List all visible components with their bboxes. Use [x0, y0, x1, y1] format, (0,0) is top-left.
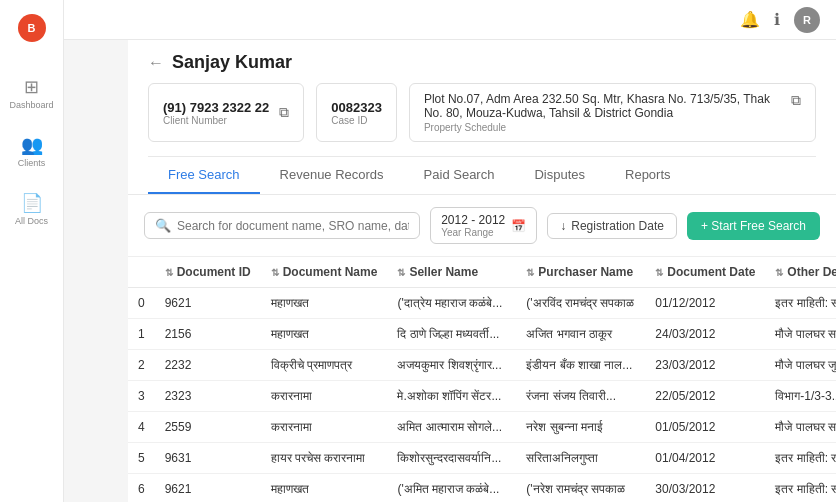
other-details: इतर माहिती: सदनिका क्र: [765, 474, 836, 503]
other-details: मौजे पालघर स.नं.102/4 पै [765, 319, 836, 350]
toolbar: 🔍 2012 - 2012 Year Range 📅 ↓ Registratio… [128, 195, 836, 257]
row-num: 3 [128, 381, 155, 412]
purchaser-name: रंजना संजय तिवारी... [516, 381, 645, 412]
table-row[interactable]: 0 9621 महाणखत ('दात्रेय महाराज कळंबे... … [128, 288, 836, 319]
sidebar-item-label: Clients [18, 158, 46, 168]
calendar-icon: 📅 [511, 219, 526, 233]
table-row[interactable]: 6 9621 महाणखत ('अमित महाराज कळंबे... ('न… [128, 474, 836, 503]
col-num [128, 257, 155, 288]
doc-id: 9621 [155, 288, 261, 319]
phone-card: (91) 7923 2322 22 Client Number ⧉ [148, 83, 304, 142]
table-row[interactable]: 5 9631 हायर परचेस करारनामा किशोरसुन्दरदा… [128, 443, 836, 474]
col-purchaser-sort-icon: ⇅ [526, 267, 534, 278]
seller-name: अमित आत्माराम सोगले... [387, 412, 516, 443]
table-row[interactable]: 1 2156 महाणखत दि ठाणे जिल्हा मध्यवर्ती..… [128, 319, 836, 350]
col-other: ⇅ Other Details [765, 257, 836, 288]
year-range-label: Year Range [441, 227, 505, 238]
user-avatar[interactable]: R [794, 7, 820, 33]
row-num: 5 [128, 443, 155, 474]
case-id-label: Case ID [331, 115, 382, 126]
purchaser-name: सरिताअनिलगुप्ता [516, 443, 645, 474]
sort-label: Registration Date [571, 219, 664, 233]
col-doc-id: ⇅ Document ID [155, 257, 261, 288]
doc-name: महाणखत [261, 319, 388, 350]
property-address: Plot No.07, Adm Area 232.50 Sq. Mtr, Kha… [424, 92, 791, 120]
row-num: 6 [128, 474, 155, 503]
row-num: 1 [128, 319, 155, 350]
data-table: ⇅ Document ID ⇅ Document Name ⇅ Se [128, 257, 836, 502]
row-num: 4 [128, 412, 155, 443]
notification-icon[interactable]: 🔔 [740, 10, 760, 29]
property-link-icon[interactable]: ⧉ [791, 92, 801, 109]
doc-name: महाणखत [261, 474, 388, 503]
sidebar-item-label: Dashboard [9, 100, 53, 110]
other-details: इतर माहिती: सदनिका क्र.: [765, 288, 836, 319]
col-seller: ⇅ Seller Name [387, 257, 516, 288]
phone-value: (91) 7923 2322 22 [163, 100, 269, 115]
all-docs-icon: 📄 [21, 192, 43, 214]
table-row[interactable]: 2 2232 विक्रीचे प्रमाणपत्र अजयकुमार शिवश… [128, 350, 836, 381]
table-row[interactable]: 4 2559 करारनामा अमित आत्माराम सोगले... न… [128, 412, 836, 443]
row-num: 0 [128, 288, 155, 319]
doc-date: 01/05/2012 [645, 412, 765, 443]
sort-button[interactable]: ↓ Registration Date [547, 213, 677, 239]
tab-reports[interactable]: Reports [605, 157, 691, 194]
property-schedule: Property Schedule [424, 122, 791, 133]
col-other-sort-icon: ⇅ [775, 267, 783, 278]
sidebar-item-all-docs[interactable]: 📄 All Docs [4, 182, 60, 236]
col-doc-name-sort-icon: ⇅ [271, 267, 279, 278]
row-num: 2 [128, 350, 155, 381]
seller-name: मे.अशोका शॉपिंग सेंटर... [387, 381, 516, 412]
doc-date: 24/03/2012 [645, 319, 765, 350]
sidebar-item-dashboard[interactable]: ⊞ Dashboard [4, 66, 60, 120]
col-seller-sort-icon: ⇅ [397, 267, 405, 278]
doc-id: 2323 [155, 381, 261, 412]
app-logo: B [14, 10, 50, 46]
tab-paid-search[interactable]: Paid Search [404, 157, 515, 194]
property-card: Plot No.07, Adm Area 232.50 Sq. Mtr, Kha… [409, 83, 816, 142]
col-doc-name: ⇅ Document Name [261, 257, 388, 288]
main-content: ← Sanjay Kumar (91) 7923 2322 22 Client … [128, 40, 836, 502]
seller-name: दि ठाणे जिल्हा मध्यवर्ती... [387, 319, 516, 350]
col-doc-date: ⇅ Document Date [645, 257, 765, 288]
table-body: 0 9621 महाणखत ('दात्रेय महाराज कळंबे... … [128, 288, 836, 503]
sidebar: B ⊞ Dashboard 👥 Clients 📄 All Docs [0, 0, 64, 502]
doc-id: 9631 [155, 443, 261, 474]
sidebar-item-clients[interactable]: 👥 Clients [4, 124, 60, 178]
doc-date: 01/12/2012 [645, 288, 765, 319]
purchaser-name: इंडीयन बँक शाखा नाल... [516, 350, 645, 381]
other-details: इतर माहिती: रहिवासि क्र: [765, 443, 836, 474]
purchaser-name: नरेश सुबन्ना मनाई [516, 412, 645, 443]
tabs: Free Search Revenue Records Paid Search … [148, 156, 816, 194]
search-box[interactable]: 🔍 [144, 212, 420, 239]
search-input[interactable] [177, 219, 409, 233]
logo-circle: B [18, 14, 46, 42]
doc-date: 23/03/2012 [645, 350, 765, 381]
tab-disputes[interactable]: Disputes [514, 157, 605, 194]
page-header: ← Sanjay Kumar (91) 7923 2322 22 Client … [128, 40, 836, 195]
start-search-button[interactable]: + Start Free Search [687, 212, 820, 240]
topbar: 🔔 ℹ R [64, 0, 836, 40]
purchaser-name: ('अरविंद रामचंद्र सपकाळ [516, 288, 645, 319]
year-range-picker[interactable]: 2012 - 2012 Year Range 📅 [430, 207, 537, 244]
client-name: Sanjay Kumar [172, 52, 292, 73]
seller-name: किशोरसुन्दरदासवर्यानि... [387, 443, 516, 474]
doc-date: 22/05/2012 [645, 381, 765, 412]
table-section: 🔍 2012 - 2012 Year Range 📅 ↓ Registratio… [128, 195, 836, 502]
doc-date: 30/03/2012 [645, 474, 765, 503]
doc-id: 9621 [155, 474, 261, 503]
purchaser-name: अजित भगवान ठाकूर [516, 319, 645, 350]
tab-revenue-records[interactable]: Revenue Records [260, 157, 404, 194]
other-details: विभाग-1/3-3.1-14, मौजे... [765, 381, 836, 412]
doc-id: 2232 [155, 350, 261, 381]
phone-label: Client Number [163, 115, 269, 126]
table-row[interactable]: 3 2323 करारनामा मे.अशोका शॉपिंग सेंटर...… [128, 381, 836, 412]
seller-name: अजयकुमार शिवश्रृंगार... [387, 350, 516, 381]
col-doc-id-sort-icon: ⇅ [165, 267, 173, 278]
tab-free-search[interactable]: Free Search [148, 157, 260, 194]
back-button[interactable]: ← [148, 54, 164, 72]
phone-copy-icon[interactable]: ⧉ [279, 104, 289, 121]
clients-icon: 👥 [21, 134, 43, 156]
doc-name: महाणखत [261, 288, 388, 319]
info-icon[interactable]: ℹ [774, 10, 780, 29]
